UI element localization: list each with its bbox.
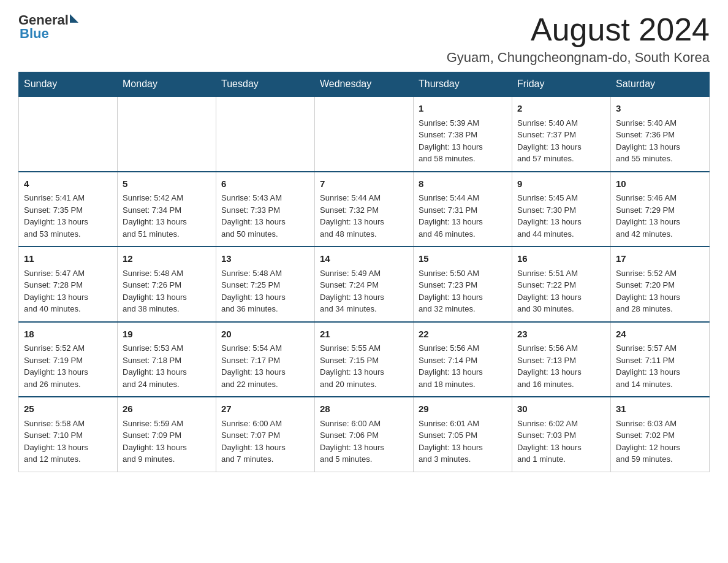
day-info-line: Daylight: 13 hours xyxy=(24,366,112,378)
day-info-line: Sunrise: 5:56 AM xyxy=(419,342,507,354)
day-info-line: Sunset: 7:15 PM xyxy=(320,354,408,367)
day-info-line: Sunrise: 6:00 AM xyxy=(320,418,408,430)
day-info-line: Sunset: 7:07 PM xyxy=(221,429,309,442)
day-info-line: and 26 minutes. xyxy=(24,378,112,391)
day-info-line: Sunrise: 5:54 AM xyxy=(221,342,309,354)
day-info-line: and 7 minutes. xyxy=(221,453,309,465)
day-number: 21 xyxy=(320,327,408,342)
day-info-line: Sunset: 7:29 PM xyxy=(616,204,704,216)
day-info-line: Daylight: 13 hours xyxy=(517,366,605,378)
day-info-line: Sunset: 7:10 PM xyxy=(24,429,112,442)
day-info-line: and 12 minutes. xyxy=(24,453,112,465)
day-number: 15 xyxy=(419,252,507,266)
day-info-line: and 57 minutes. xyxy=(517,153,605,165)
day-info-line: Sunset: 7:32 PM xyxy=(320,204,408,216)
day-info-line: Daylight: 13 hours xyxy=(419,216,507,228)
day-info-line: and 50 minutes. xyxy=(221,228,309,240)
calendar-cell: 10Sunrise: 5:46 AMSunset: 7:29 PMDayligh… xyxy=(611,172,710,247)
day-info-line: Daylight: 12 hours xyxy=(616,442,704,454)
logo: General Blue xyxy=(18,12,78,42)
day-info-line: and 28 minutes. xyxy=(616,303,704,315)
day-info-line: Sunrise: 5:44 AM xyxy=(419,192,507,204)
day-info-line: Sunset: 7:28 PM xyxy=(24,279,112,291)
calendar-cell: 28Sunrise: 6:00 AMSunset: 7:06 PMDayligh… xyxy=(315,397,414,472)
day-number: 19 xyxy=(123,327,211,342)
day-number: 5 xyxy=(123,177,211,191)
calendar-cell: 14Sunrise: 5:49 AMSunset: 7:24 PMDayligh… xyxy=(315,247,414,322)
day-info-line: Sunrise: 5:55 AM xyxy=(320,342,408,354)
day-info-line: Daylight: 13 hours xyxy=(616,366,704,378)
weekday-header-saturday: Saturday xyxy=(611,72,710,97)
day-info-line: and 32 minutes. xyxy=(419,303,507,315)
day-info-line: Sunrise: 6:03 AM xyxy=(616,418,704,430)
day-number: 2 xyxy=(517,102,605,116)
day-number: 18 xyxy=(24,327,112,342)
calendar-cell: 19Sunrise: 5:53 AMSunset: 7:18 PMDayligh… xyxy=(118,322,216,397)
day-info-line: Sunrise: 5:41 AM xyxy=(24,192,112,204)
day-info-line: Daylight: 13 hours xyxy=(221,216,309,228)
day-info-line: Daylight: 13 hours xyxy=(517,291,605,304)
day-info-line: and 5 minutes. xyxy=(320,453,408,465)
day-info-line: Sunrise: 5:44 AM xyxy=(320,192,408,204)
calendar-table: SundayMondayTuesdayWednesdayThursdayFrid… xyxy=(18,72,710,472)
day-info-line: Daylight: 13 hours xyxy=(320,366,408,378)
day-info-line: Sunrise: 5:49 AM xyxy=(320,267,408,280)
calendar-cell: 26Sunrise: 5:59 AMSunset: 7:09 PMDayligh… xyxy=(118,397,216,472)
day-number: 23 xyxy=(517,327,605,342)
day-number: 26 xyxy=(123,402,211,416)
day-info-line: Sunrise: 5:53 AM xyxy=(123,342,211,354)
day-info-line: Daylight: 13 hours xyxy=(320,442,408,454)
calendar-cell: 4Sunrise: 5:41 AMSunset: 7:35 PMDaylight… xyxy=(19,172,118,247)
day-info-line: and 3 minutes. xyxy=(419,453,507,465)
day-info-line: Daylight: 13 hours xyxy=(24,216,112,228)
day-info-line: Daylight: 13 hours xyxy=(616,291,704,304)
day-info-line: Sunrise: 5:48 AM xyxy=(221,267,309,280)
day-info-line: Sunset: 7:11 PM xyxy=(616,354,704,367)
day-info-line: Daylight: 13 hours xyxy=(221,442,309,454)
day-info-line: and 16 minutes. xyxy=(517,378,605,391)
day-info-line: Sunrise: 5:45 AM xyxy=(517,192,605,204)
day-info-line: Daylight: 13 hours xyxy=(123,442,211,454)
weekday-header-tuesday: Tuesday xyxy=(216,72,315,97)
day-info-line: Sunset: 7:06 PM xyxy=(320,429,408,442)
calendar-cell: 12Sunrise: 5:48 AMSunset: 7:26 PMDayligh… xyxy=(118,247,216,322)
day-number: 20 xyxy=(221,327,309,342)
day-info-line: Daylight: 13 hours xyxy=(616,141,704,153)
day-info-line: Daylight: 13 hours xyxy=(517,442,605,454)
calendar-cell: 5Sunrise: 5:42 AMSunset: 7:34 PMDaylight… xyxy=(118,172,216,247)
day-info-line: Sunset: 7:26 PM xyxy=(123,279,211,291)
day-number: 25 xyxy=(24,402,112,416)
day-info-line: and 36 minutes. xyxy=(221,303,309,315)
day-info-line: Sunrise: 5:40 AM xyxy=(517,117,605,129)
weekday-header-sunday: Sunday xyxy=(19,72,118,97)
day-info-line: Daylight: 13 hours xyxy=(517,216,605,228)
day-info-line: Daylight: 13 hours xyxy=(517,141,605,153)
day-info-line: Daylight: 13 hours xyxy=(123,291,211,304)
day-info-line: Sunrise: 5:51 AM xyxy=(517,267,605,280)
day-number: 6 xyxy=(221,177,309,191)
calendar-cell: 2Sunrise: 5:40 AMSunset: 7:37 PMDaylight… xyxy=(512,96,611,172)
day-number: 13 xyxy=(221,252,309,266)
calendar-cell: 20Sunrise: 5:54 AMSunset: 7:17 PMDayligh… xyxy=(216,322,315,397)
day-info-line: Daylight: 13 hours xyxy=(419,442,507,454)
calendar-cell: 30Sunrise: 6:02 AMSunset: 7:03 PMDayligh… xyxy=(512,397,611,472)
day-info-line: Sunset: 7:25 PM xyxy=(221,279,309,291)
day-info-line: Sunset: 7:30 PM xyxy=(517,204,605,216)
day-number: 24 xyxy=(616,327,704,342)
day-number: 10 xyxy=(616,177,704,191)
day-number: 29 xyxy=(419,402,507,416)
day-info-line: Daylight: 13 hours xyxy=(123,216,211,228)
day-info-line: Sunrise: 5:52 AM xyxy=(616,267,704,280)
day-number: 9 xyxy=(517,177,605,191)
day-number: 4 xyxy=(24,177,112,191)
day-info-line: Sunset: 7:14 PM xyxy=(419,354,507,367)
day-info-line: and 59 minutes. xyxy=(616,453,704,465)
calendar-cell: 27Sunrise: 6:00 AMSunset: 7:07 PMDayligh… xyxy=(216,397,315,472)
week-row-5: 25Sunrise: 5:58 AMSunset: 7:10 PMDayligh… xyxy=(19,397,710,472)
calendar-cell xyxy=(118,96,216,172)
day-info-line: Sunset: 7:09 PM xyxy=(123,429,211,442)
calendar-cell: 9Sunrise: 5:45 AMSunset: 7:30 PMDaylight… xyxy=(512,172,611,247)
calendar-cell: 25Sunrise: 5:58 AMSunset: 7:10 PMDayligh… xyxy=(19,397,118,472)
week-row-3: 11Sunrise: 5:47 AMSunset: 7:28 PMDayligh… xyxy=(19,247,710,322)
day-info-line: and 1 minute. xyxy=(517,453,605,465)
